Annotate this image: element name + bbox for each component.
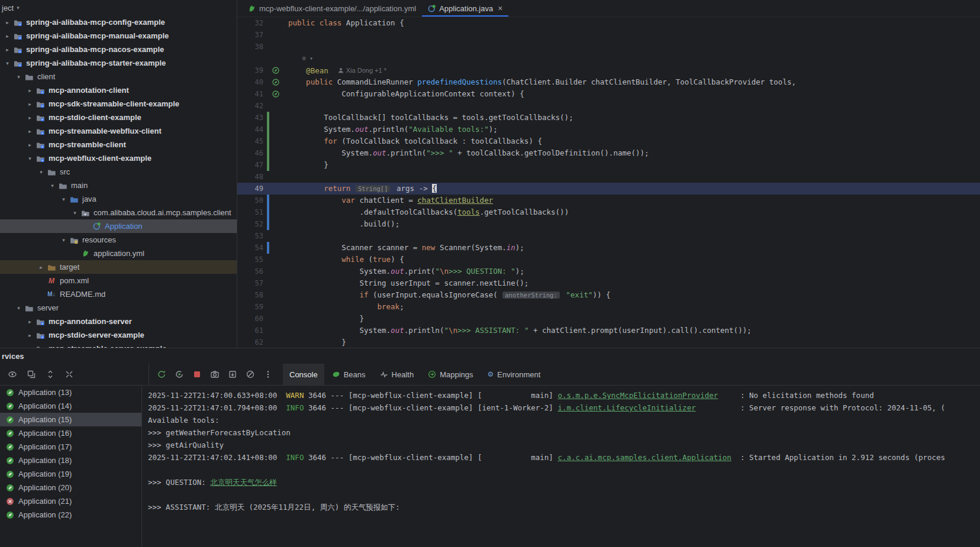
line-number[interactable]: 45 (237, 135, 267, 147)
code-line[interactable]: 50 var chatClient = chatClientBuilder (237, 195, 980, 206)
code-line[interactable]: 53 (237, 230, 980, 242)
tree-item-spring-ai-alibaba-mcp-manual-example[interactable]: ▸spring-ai-alibaba-mcp-manual-example (0, 29, 237, 43)
service-item-application-21-[interactable]: Application (21) (0, 494, 141, 508)
tab-health[interactable]: Health (373, 364, 421, 385)
code-line[interactable]: 48 (237, 171, 980, 183)
tree-item-src[interactable]: ▾src (0, 165, 237, 179)
chevron-down-icon[interactable]: ▾ (14, 74, 24, 80)
line-number[interactable]: 48 (237, 171, 267, 183)
tree-item-mcp-streamble-client[interactable]: ▸mcp-streamble-client (0, 138, 237, 151)
rerun-button[interactable] (156, 369, 167, 380)
service-item-application-13-[interactable]: Application (13) (0, 386, 141, 399)
tree-item-server[interactable]: ▾server (0, 301, 237, 315)
code-line[interactable]: 45 for (ToolCallback toolCallback : tool… (237, 135, 980, 147)
line-number[interactable]: 57 (237, 277, 267, 289)
chevron-right-icon[interactable]: ▸ (36, 264, 46, 270)
line-number[interactable]: 38 (237, 41, 267, 53)
code-line[interactable]: 42 (237, 100, 980, 112)
tree-item-application[interactable]: Application (0, 219, 237, 233)
line-number[interactable]: 51 (237, 206, 267, 218)
expand-all-button[interactable] (45, 369, 56, 380)
code-line[interactable]: 43 ToolCallback[] toolCallbacks = tools.… (237, 112, 980, 124)
tree-item-spring-ai-alibaba-mcp-config-example[interactable]: ▸spring-ai-alibaba-mcp-config-example (0, 15, 237, 29)
line-number[interactable]: 62 (237, 336, 267, 348)
chevron-right-icon[interactable]: ▸ (25, 88, 35, 93)
tree-item-readme-md[interactable]: M↓README.md (0, 287, 237, 301)
tree-item-mcp-sdk-streamable-client-example[interactable]: ▸mcp-sdk-streamable-client-example (0, 97, 237, 111)
code-line[interactable]: 51 .defaultToolCallbacks(tools.getToolCa… (237, 206, 980, 218)
eye-button[interactable] (7, 369, 18, 380)
chevron-down-icon[interactable]: ▾ (25, 156, 35, 161)
code-line[interactable]: 47 } (237, 159, 980, 171)
tab-beans[interactable]: Beans (325, 364, 372, 385)
code-vision-hint[interactable]: ⚙ ▾ (282, 53, 313, 64)
tree-item-client[interactable]: ▾client (0, 70, 237, 83)
code-line[interactable]: 61 System.out.println("\n>>> ASSISTANT: … (237, 325, 980, 336)
gutter[interactable] (269, 90, 282, 98)
console-link[interactable]: o.s.m.p.e.SyncMcpElicitationProvider (557, 391, 718, 400)
tab-environment[interactable]: ⚙Environment (481, 364, 547, 385)
code-line[interactable]: 60 } (237, 313, 980, 325)
code-line[interactable]: 52 .build(); (237, 218, 980, 230)
line-number[interactable]: 46 (237, 147, 267, 159)
line-number[interactable]: 53 (237, 230, 267, 242)
line-number[interactable]: 44 (237, 124, 267, 135)
stop-button[interactable] (192, 369, 202, 380)
rerun-run-button[interactable] (174, 369, 185, 380)
tree-item-mcp-stdio-client-example[interactable]: ▸mcp-stdio-client-example (0, 111, 237, 124)
line-number[interactable]: 56 (237, 266, 267, 277)
line-number[interactable]: 59 (237, 301, 267, 313)
tree-item-mcp-annotation-client[interactable]: ▸mcp-annotation-client (0, 83, 237, 97)
chevron-right-icon[interactable]: ▸ (2, 33, 12, 39)
code-line[interactable]: 41 ConfigurableApplicationContext contex… (237, 88, 980, 100)
chevron-down-icon[interactable]: ▾ (47, 183, 57, 189)
console-link[interactable]: c.a.c.ai.mcp.samples.client.Application (557, 453, 731, 462)
tree-item-mcp-streamable-server-example[interactable]: ▸mcp-streamable-server-example (0, 342, 237, 348)
collapse-all-button[interactable] (64, 369, 75, 380)
editor-tab-application-java[interactable]: Application.java× (422, 0, 508, 17)
code-line[interactable]: 56 System.out.print("\n>>> QUESTION: "); (237, 266, 980, 277)
code-line[interactable]: 59 break; (237, 301, 980, 313)
tree-item-pom-xml[interactable]: Mpom.xml (0, 274, 237, 287)
gutter[interactable] (269, 67, 282, 74)
service-item-application-19-[interactable]: Application (19) (0, 467, 141, 481)
chevron-down-icon[interactable]: ▾ (36, 169, 46, 175)
chevron-right-icon[interactable]: ▸ (25, 101, 35, 107)
line-number[interactable]: 42 (237, 100, 267, 112)
console-link[interactable]: 北京明天天气怎么样 (210, 478, 277, 487)
chevron-right-icon[interactable]: ▸ (25, 332, 35, 338)
code-line[interactable]: 57 String userInput = scanner.nextLine()… (237, 277, 980, 289)
code-line[interactable]: 40 public CommandLineRunner predefinedQu… (237, 76, 980, 88)
code-inlay-row[interactable]: ⚙ ▾ (237, 53, 980, 64)
author-hint[interactable]: Xia Dong +1 * (338, 64, 386, 76)
chevron-down-icon[interactable]: ▾ (2, 60, 12, 66)
console-output[interactable]: 2025-11-22T21:47:00.633+08:00 WARN 3646 … (142, 386, 980, 547)
code-line[interactable]: 54 Scanner scanner = new Scanner(System.… (237, 242, 980, 254)
code-line[interactable]: 58 if (userInput.equalsIgnoreCase( anoth… (237, 289, 980, 301)
tree-item-target[interactable]: ▸target (0, 260, 237, 274)
line-number[interactable]: 50 (237, 195, 267, 206)
tree-item-main[interactable]: ▾main (0, 179, 237, 192)
code-line[interactable]: 32public class Application { (237, 17, 980, 29)
line-number[interactable]: 43 (237, 112, 267, 124)
line-number[interactable]: 60 (237, 313, 267, 325)
copy-add-button[interactable] (26, 369, 37, 380)
more-button[interactable] (263, 369, 273, 380)
chevron-down-icon[interactable]: ▾ (14, 305, 24, 311)
code-line[interactable]: 55 while (true) { (237, 254, 980, 266)
chevron-down-icon[interactable]: ▾ (59, 196, 69, 202)
tree-item-mcp-stdio-server-example[interactable]: ▸mcp-stdio-server-example (0, 328, 237, 342)
chevron-right-icon[interactable]: ▸ (25, 319, 35, 325)
line-number[interactable]: 52 (237, 218, 267, 230)
service-item-application-17-[interactable]: Application (17) (0, 440, 141, 454)
tree-item-application-yml[interactable]: application.yml (0, 247, 237, 260)
line-number[interactable]: 32 (237, 17, 267, 29)
line-number[interactable]: 41 (237, 88, 267, 100)
code-line[interactable]: 46 System.out.println(">>> " + toolCallb… (237, 147, 980, 159)
line-number[interactable]: 58 (237, 289, 267, 301)
service-item-application-20-[interactable]: Application (20) (0, 481, 141, 494)
tab-console[interactable]: Console (283, 364, 324, 385)
line-number[interactable]: 61 (237, 325, 267, 336)
chevron-right-icon[interactable]: ▸ (25, 128, 35, 134)
gutter[interactable] (269, 79, 282, 86)
